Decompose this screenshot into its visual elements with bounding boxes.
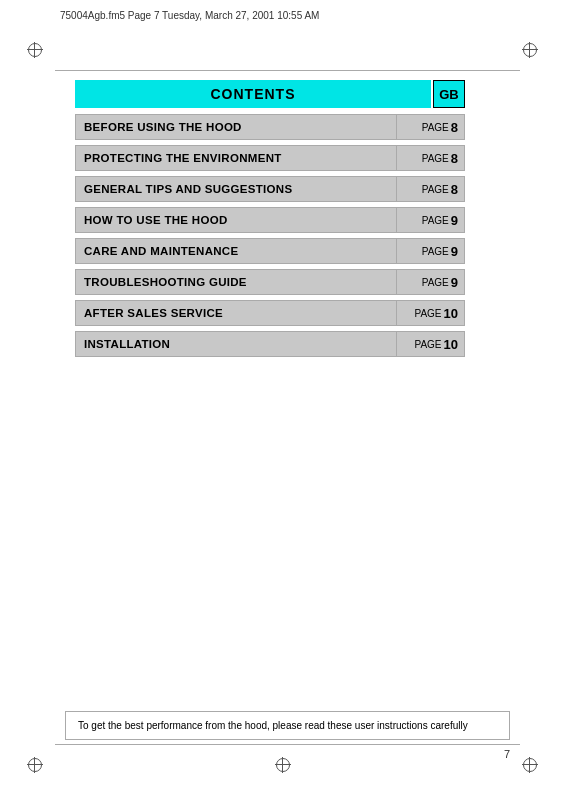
bottom-border-line xyxy=(55,744,520,745)
page-num: 10 xyxy=(444,337,458,352)
top-border-line xyxy=(55,70,520,71)
toc-row: BEFORE USING THE HOODPAGE 8 xyxy=(75,114,465,140)
page-num: 9 xyxy=(451,213,458,228)
toc-row: INSTALLATIONPAGE 10 xyxy=(75,331,465,357)
contents-header: CONTENTS GB xyxy=(75,80,465,108)
toc-page: PAGE 10 xyxy=(396,332,464,356)
page-word: PAGE xyxy=(422,215,449,226)
toc-page: PAGE 9 xyxy=(396,208,464,232)
bottom-note: To get the best performance from the hoo… xyxy=(65,711,510,740)
page-word: PAGE xyxy=(422,184,449,195)
registration-mark-bottom-left xyxy=(27,757,43,773)
page-word: PAGE xyxy=(414,339,441,350)
toc-page: PAGE 8 xyxy=(396,115,464,139)
page-num: 9 xyxy=(451,275,458,290)
toc-row: PROTECTING THE ENVIRONMENTPAGE 8 xyxy=(75,145,465,171)
toc-label: PROTECTING THE ENVIRONMENT xyxy=(76,146,396,170)
toc-label: TROUBLESHOOTING GUIDE xyxy=(76,270,396,294)
page-num: 10 xyxy=(444,306,458,321)
toc-row: CARE AND MAINTENANCEPAGE 9 xyxy=(75,238,465,264)
toc-label: AFTER SALES SERVICE xyxy=(76,301,396,325)
toc-page: PAGE 10 xyxy=(396,301,464,325)
toc-row: HOW TO USE THE HOODPAGE 9 xyxy=(75,207,465,233)
page-num: 8 xyxy=(451,151,458,166)
page-word: PAGE xyxy=(422,122,449,133)
registration-mark-bottom-center xyxy=(275,757,291,773)
page-word: PAGE xyxy=(414,308,441,319)
toc-page: PAGE 9 xyxy=(396,270,464,294)
toc-page: PAGE 8 xyxy=(396,177,464,201)
page-number: 7 xyxy=(504,748,510,760)
toc-list: BEFORE USING THE HOODPAGE 8PROTECTING TH… xyxy=(75,114,465,357)
contents-gb-badge: GB xyxy=(433,80,465,108)
page-word: PAGE xyxy=(422,277,449,288)
toc-row: AFTER SALES SERVICEPAGE 10 xyxy=(75,300,465,326)
page-num: 9 xyxy=(451,244,458,259)
registration-mark-top-left xyxy=(27,42,43,58)
page-word: PAGE xyxy=(422,153,449,164)
toc-label: GENERAL TIPS AND SUGGESTIONS xyxy=(76,177,396,201)
toc-label: BEFORE USING THE HOOD xyxy=(76,115,396,139)
main-content: CONTENTS GB BEFORE USING THE HOODPAGE 8P… xyxy=(75,80,465,362)
toc-page: PAGE 8 xyxy=(396,146,464,170)
toc-label: HOW TO USE THE HOOD xyxy=(76,208,396,232)
toc-label: CARE AND MAINTENANCE xyxy=(76,239,396,263)
toc-row: GENERAL TIPS AND SUGGESTIONSPAGE 8 xyxy=(75,176,465,202)
registration-mark-bottom-right xyxy=(522,757,538,773)
toc-row: TROUBLESHOOTING GUIDEPAGE 9 xyxy=(75,269,465,295)
page-word: PAGE xyxy=(422,246,449,257)
page-num: 8 xyxy=(451,182,458,197)
toc-page: PAGE 9 xyxy=(396,239,464,263)
file-info: 75004Agb.fm5 Page 7 Tuesday, March 27, 2… xyxy=(60,10,319,21)
page-container: 75004Agb.fm5 Page 7 Tuesday, March 27, 2… xyxy=(0,0,565,800)
page-num: 8 xyxy=(451,120,458,135)
toc-label: INSTALLATION xyxy=(76,332,396,356)
registration-mark-top-right xyxy=(522,42,538,58)
contents-title: CONTENTS xyxy=(75,80,431,108)
